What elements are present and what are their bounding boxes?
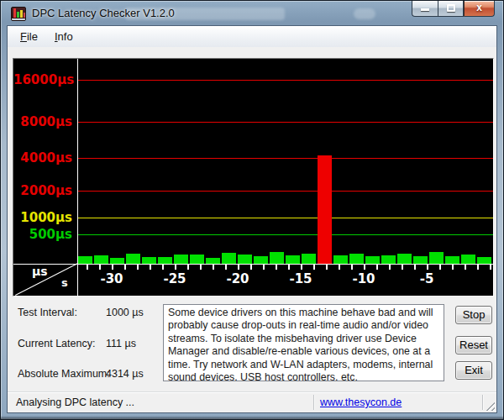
- x-unit-label: s: [61, 276, 68, 289]
- close-icon: x: [465, 2, 494, 13]
- menubar: FileInfo: [8, 26, 496, 47]
- latency-bar: [270, 252, 284, 264]
- x-axis-tick: [137, 265, 139, 270]
- latency-bar: [126, 254, 140, 264]
- latency-bar: [397, 254, 412, 264]
- stat-label: Current Latency:: [18, 338, 95, 349]
- x-axis-tick: [452, 265, 454, 270]
- stat-value: 111 µs: [106, 338, 136, 349]
- exit-button[interactable]: Exit: [455, 361, 492, 380]
- gridline-16000: [78, 80, 493, 81]
- stat-value: 4314 µs: [106, 368, 144, 380]
- info-text: Some device drivers on this machine beha…: [168, 307, 433, 381]
- gridline-8000: [78, 122, 493, 123]
- latency-bar: [286, 255, 300, 264]
- x-axis-tick: [200, 265, 202, 270]
- y-unit-label: µs: [32, 265, 48, 278]
- x-axis-tick: [99, 265, 101, 270]
- x-axis-tick: [175, 265, 176, 270]
- latency-bar: [110, 258, 124, 264]
- statusbar-divider: [482, 395, 483, 410]
- x-axis-tick: [465, 265, 466, 270]
- latency-bar: [333, 255, 348, 264]
- x-axis-tick: [288, 265, 290, 270]
- minimize-icon: [421, 8, 429, 11]
- x-axis-tick: [339, 265, 340, 270]
- app-barchart-icon: [11, 7, 26, 21]
- x-axis-tick: [263, 265, 265, 270]
- latency-bar: [445, 256, 459, 264]
- y-axis-label: 500µs: [13, 227, 72, 242]
- statusbar: Analysing DPC latency ... www.thesycon.d…: [8, 391, 496, 412]
- y-axis-label: 8000µs: [13, 114, 72, 129]
- minimize-button[interactable]: [412, 1, 438, 17]
- latency-bar: [190, 255, 204, 264]
- titlebar[interactable]: DPC Latency Checker V1.2.0 x: [1, 1, 503, 26]
- app-window: DPC Latency Checker V1.2.0 x FileInfo 16…: [0, 0, 504, 420]
- stat-label: Absolute Maximum:: [18, 368, 110, 380]
- latency-bar: [461, 255, 475, 264]
- gridline-1000: [78, 218, 493, 218]
- latency-bar: [254, 256, 268, 264]
- stat-value: 1000 µs: [106, 307, 144, 318]
- x-axis-label: -25: [163, 271, 186, 286]
- x-axis-label: -30: [100, 271, 123, 286]
- x-axis-tick: [389, 265, 391, 270]
- maximize-button[interactable]: [438, 1, 464, 17]
- x-axis-line: [13, 264, 493, 265]
- x-axis-label: -10: [352, 271, 375, 286]
- x-axis-tick: [427, 265, 428, 270]
- menu-info[interactable]: Info: [47, 28, 81, 45]
- latency-bar-alert: [318, 155, 332, 264]
- info-textbox[interactable]: Some device drivers on this machine beha…: [163, 304, 444, 381]
- stop-button[interactable]: Stop: [455, 306, 492, 324]
- latency-bar: [365, 256, 380, 264]
- latency-bar: [349, 254, 364, 264]
- x-axis-tick: [414, 265, 416, 270]
- x-axis-tick: [364, 265, 365, 270]
- x-axis-tick: [301, 265, 302, 270]
- caption-buttons: x: [412, 1, 495, 17]
- latency-bar: [222, 253, 236, 264]
- latency-bar: [142, 257, 156, 264]
- x-axis-tick: [402, 265, 403, 270]
- x-axis-tick: [326, 265, 328, 270]
- y-axis-label: 4000µs: [13, 150, 72, 165]
- x-axis-label: -5: [420, 271, 434, 286]
- close-button[interactable]: x: [464, 1, 495, 17]
- reset-button[interactable]: Reset: [455, 336, 492, 354]
- x-axis-tick: [213, 265, 214, 270]
- x-axis-tick: [313, 265, 315, 270]
- latency-bar: [94, 255, 108, 264]
- x-axis-label: -15: [289, 271, 312, 286]
- y-axis-label: 2000µs: [13, 183, 72, 198]
- latency-bar: [78, 256, 92, 264]
- glass-reflection: [354, 8, 375, 19]
- x-axis-tick: [124, 265, 126, 270]
- latency-chart: 16000µs8000µs4000µs2000µs1000µs500µsµss-…: [13, 58, 494, 297]
- latency-bar: [413, 256, 428, 264]
- x-axis-tick: [490, 265, 491, 270]
- latency-bar: [477, 257, 491, 264]
- x-axis-tick: [439, 265, 441, 270]
- latency-bar: [174, 255, 188, 264]
- x-axis-tick: [162, 265, 164, 270]
- resize-grip[interactable]: [484, 400, 495, 411]
- latency-bar: [206, 258, 220, 264]
- x-axis-tick: [250, 265, 252, 270]
- x-axis-label: -20: [226, 271, 249, 286]
- gridline-4000: [78, 158, 493, 159]
- statusbar-divider: [313, 395, 314, 410]
- gridline-2000: [78, 191, 493, 192]
- x-axis-tick: [351, 265, 353, 270]
- window-title: DPC Latency Checker V1.2.0: [32, 7, 175, 19]
- y-axis-label: 16000µs: [13, 72, 72, 87]
- menu-file[interactable]: File: [13, 28, 45, 45]
- latency-bar: [381, 255, 396, 265]
- gridline-500: [78, 234, 493, 235]
- x-axis-tick: [225, 265, 227, 270]
- x-axis-tick: [187, 265, 189, 270]
- x-axis-tick: [112, 265, 113, 270]
- website-link[interactable]: www.thesycon.de: [320, 396, 402, 408]
- client-area: FileInfo 16000µs8000µs4000µs2000µs1000µs…: [8, 26, 496, 412]
